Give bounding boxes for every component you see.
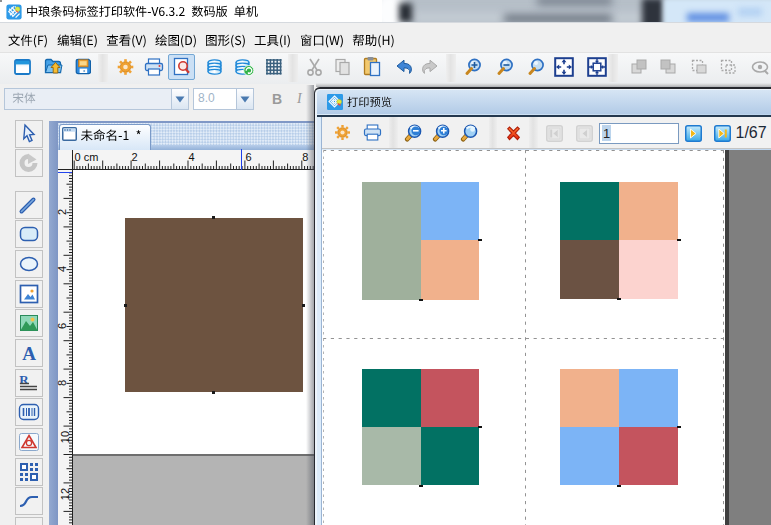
svg-text:A: A <box>22 343 36 364</box>
svg-text:R: R <box>19 372 29 387</box>
